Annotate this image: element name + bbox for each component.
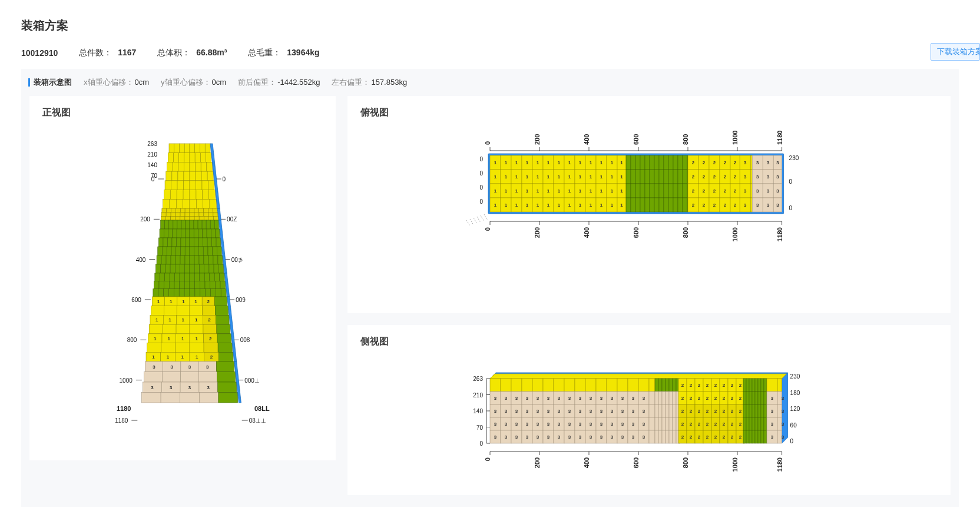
svg-rect-515 [645,198,650,212]
svg-rect-192 [204,255,208,264]
svg-text:2: 2 [731,409,734,414]
svg-text:08⊥⊥: 08⊥⊥ [249,417,266,424]
svg-rect-777 [673,379,676,391]
svg-text:1: 1 [155,317,158,323]
svg-rect-214 [170,273,174,281]
svg-text:1: 1 [505,188,508,194]
svg-rect-242 [168,289,174,297]
svg-rect-523 [683,198,687,212]
svg-text:2: 2 [692,203,695,208]
svg-text:1: 1 [154,336,157,341]
svg-rect-100 [213,208,217,213]
svg-text:230: 230 [789,155,799,161]
svg-text:2: 2 [692,174,695,180]
svg-rect-148 [194,229,198,238]
accent-bar [28,78,30,87]
svg-rect-203 [190,264,194,273]
svg-rect-121 [199,216,204,220]
svg-rect-219 [194,273,199,281]
svg-text:2: 2 [209,336,212,341]
svg-rect-775 [666,379,669,391]
lr-weight-label: 左右偏重： [332,78,370,87]
svg-rect-89 [162,208,167,213]
svg-rect-223 [214,273,219,281]
svg-text:2: 2 [731,422,734,427]
svg-text:3: 3 [632,396,635,401]
svg-text:3: 3 [515,422,518,427]
svg-rect-220 [200,273,204,281]
svg-rect-244 [179,289,184,297]
svg-text:800: 800 [127,337,137,343]
svg-rect-771 [649,430,655,443]
svg-rect-204 [194,264,199,273]
svg-rect-68 [190,181,196,190]
svg-rect-640 [575,379,585,391]
svg-rect-804 [669,430,673,443]
svg-rect-73 [170,190,177,200]
svg-text:140: 140 [473,408,483,414]
svg-text:2: 2 [690,383,693,388]
svg-text:2: 2 [713,160,716,165]
svg-rect-131 [181,220,186,229]
svg-rect-917 [761,417,764,430]
svg-rect-222 [210,273,214,281]
download-button[interactable]: 下载装箱方案 [931,43,980,61]
svg-text:0: 0 [479,170,483,177]
svg-text:3: 3 [558,434,561,440]
svg-rect-140 [160,229,164,238]
svg-text:3: 3 [767,203,770,208]
svg-text:3: 3 [494,396,497,401]
svg-text:3: 3 [515,409,518,414]
svg-text:0: 0 [151,176,155,182]
svg-rect-511 [626,198,631,212]
svg-rect-187 [180,255,185,264]
svg-rect-243 [174,289,179,297]
svg-text:2: 2 [698,383,701,388]
svg-rect-141 [164,229,168,238]
svg-text:3: 3 [505,434,508,440]
svg-rect-84 [190,199,196,208]
svg-text:2: 2 [714,434,717,440]
svg-rect-740 [649,417,655,430]
svg-text:3: 3 [590,422,592,427]
svg-rect-69 [196,181,201,190]
svg-text:3: 3 [611,396,614,401]
page-title: 装箱方案 [0,0,980,34]
svg-text:3: 3 [590,434,592,440]
svg-rect-61 [196,171,201,181]
svg-text:1: 1 [196,354,198,360]
svg-text:2: 2 [210,354,213,360]
svg-rect-472 [640,155,645,170]
svg-text:1: 1 [568,160,571,165]
svg-rect-82 [176,199,183,208]
svg-text:3: 3 [547,422,550,427]
svg-rect-134 [194,220,198,229]
svg-rect-178 [203,247,208,255]
svg-rect-117 [180,216,185,220]
svg-rect-780 [658,391,662,404]
svg-rect-264 [214,297,227,306]
svg-rect-343 [199,393,218,403]
svg-text:1: 1 [568,174,571,180]
svg-rect-248 [200,289,206,297]
svg-text:3: 3 [632,434,635,440]
svg-rect-791 [673,404,676,417]
svg-rect-797 [669,417,673,430]
svg-rect-520 [668,198,673,212]
svg-rect-130 [177,220,181,229]
svg-rect-576 [750,198,752,212]
svg-rect-106 [185,213,190,217]
svg-rect-471 [635,155,640,170]
svg-rect-567 [750,155,752,170]
svg-text:1: 1 [600,174,603,180]
svg-rect-197 [161,264,165,273]
svg-rect-776 [669,379,673,391]
svg-rect-894 [764,379,767,391]
svg-text:1: 1 [590,203,592,208]
svg-text:2: 2 [734,188,737,194]
svg-rect-339 [218,382,237,393]
svg-text:3: 3 [776,174,779,180]
svg-rect-191 [199,255,204,264]
svg-rect-478 [668,155,673,170]
svg-rect-903 [743,404,746,417]
